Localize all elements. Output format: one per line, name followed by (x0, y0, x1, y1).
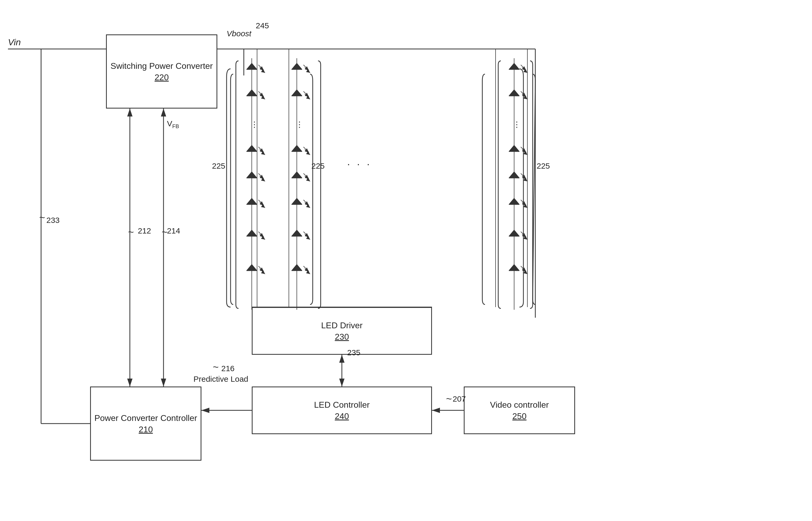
svg-marker-8 (161, 379, 166, 386)
svg-text:~: ~ (128, 227, 134, 238)
led-column-1: ⋮ (247, 58, 265, 275)
switching-power-converter-number: 220 (154, 72, 169, 82)
power-converter-controller-title: Power Converter Controller (94, 413, 197, 424)
led-column-2: ⋮ (292, 58, 310, 275)
svg-marker-14 (339, 379, 344, 386)
num-212-label: 212 (138, 226, 151, 235)
video-controller-title: Video controller (490, 400, 549, 411)
svg-marker-13 (339, 355, 344, 363)
num-233-label: 233 (46, 216, 60, 225)
svg-marker-16 (201, 408, 209, 413)
vboost-label: Vboost (227, 29, 251, 38)
diagram-container: ~ ~ ~ ~ ~ ~ Switching Power Converter 22… (0, 0, 812, 521)
led-column-3: ⋮ (509, 58, 527, 275)
svg-text:~: ~ (446, 393, 452, 405)
switching-power-converter-title: Switching Power Converter (110, 61, 213, 72)
num-214-label: 214 (167, 226, 180, 235)
svg-marker-10 (127, 109, 132, 116)
num-225-left-label: 225 (212, 161, 225, 171)
vin-label: Vin (8, 37, 21, 47)
led-driver-box: LED Driver 230 (252, 307, 432, 355)
svg-marker-18 (432, 408, 440, 413)
num-216-label: 216 (221, 364, 235, 373)
svg-text:~: ~ (162, 227, 168, 238)
num-207-label: 207 (453, 394, 466, 404)
led-driver-title: LED Driver (321, 320, 363, 331)
switching-power-converter-box: Switching Power Converter 220 (106, 35, 217, 109)
svg-marker-7 (161, 109, 166, 116)
led-driver-number: 230 (335, 332, 349, 342)
video-controller-box: Video controller 250 (464, 386, 575, 434)
num-245-label: 245 (256, 21, 269, 30)
num-235-label: 235 (347, 348, 360, 357)
svg-text:~: ~ (39, 212, 45, 223)
video-controller-number: 250 (512, 411, 526, 421)
led-controller-title: LED Controller (314, 400, 370, 411)
led-controller-box: LED Controller 240 (252, 386, 432, 434)
predictive-load-label: Predictive Load (193, 375, 248, 384)
led-array-svg: ⋮ (231, 58, 538, 312)
svg-marker-11 (127, 379, 132, 386)
num-225-right-label: 225 (537, 161, 550, 171)
led-controller-number: 240 (335, 411, 349, 421)
vfb-label: VFB (167, 119, 179, 130)
power-converter-controller-number: 210 (138, 425, 153, 434)
power-converter-controller-box: Power Converter Controller 210 (90, 386, 201, 461)
svg-text:~: ~ (213, 362, 219, 373)
